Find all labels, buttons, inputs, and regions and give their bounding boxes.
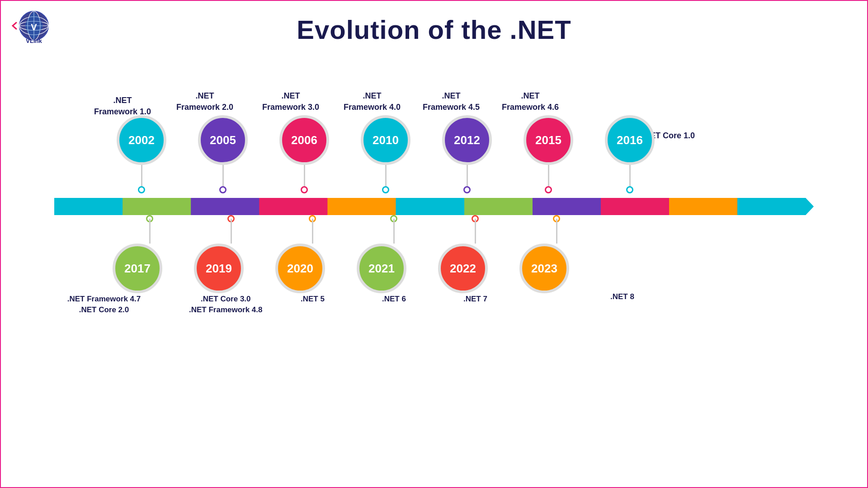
node-2005-top: 2005 [198, 115, 248, 193]
label-2023: .NET 8 [610, 291, 634, 302]
label-2012: .NETFramework 4.5 [423, 90, 480, 113]
label-2002: .NETFramework 1.0 [94, 95, 151, 117]
label-2006: .NETFramework 3.0 [262, 90, 319, 113]
node-2021: 2021 [381, 215, 406, 293]
timeline-area: .NETFramework 1.0 .NETFramework 2.0 .NET… [27, 90, 841, 361]
label-2019: .NET Core 3.0.NET Framework 4.8 [189, 294, 263, 315]
node-2006-top: 2006 [279, 115, 329, 193]
label-2015: .NETFramework 4.6 [502, 90, 559, 113]
node-2012-top: 2012 [442, 115, 492, 193]
label-2021: .NET 6 [382, 294, 406, 305]
label-2022: .NET 7 [463, 294, 487, 305]
node-2016-top: 2016 [605, 115, 655, 193]
svg-text:V: V [31, 22, 37, 32]
node-2023: 2023 [544, 215, 569, 293]
label-2017: .NET Framework 4.7.NET Core 2.0 [50, 294, 158, 315]
node-2020: 2020 [300, 215, 325, 293]
node-2017: 2017 [137, 215, 162, 293]
label-2010: .NETFramework 4.0 [344, 90, 401, 113]
node-2015-top: 2015 [524, 115, 573, 193]
node-2022: 2022 [462, 215, 488, 293]
node-2002-top: 2002 [117, 115, 166, 193]
node-2010-top: 2010 [361, 115, 410, 193]
vlink-logo: V VLink [9, 7, 54, 49]
node-2019: 2019 [218, 215, 244, 293]
timeline-bar [54, 198, 814, 215]
label-2005: .NETFramework 2.0 [176, 90, 233, 113]
svg-text:VLink: VLink [26, 38, 42, 44]
page-title: Evolution of the .NET [1, 1, 867, 45]
label-2020: .NET 5 [301, 294, 325, 305]
